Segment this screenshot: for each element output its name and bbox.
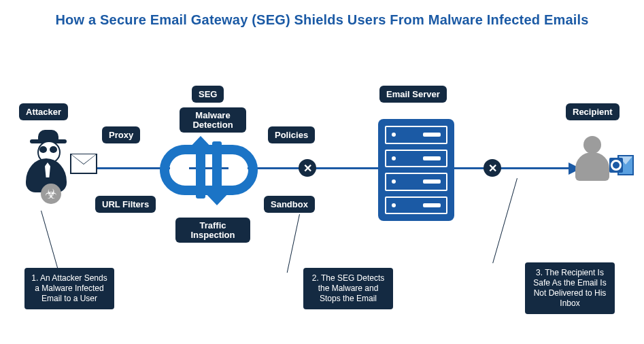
outlook-icon [608,151,637,179]
url-filters-label: URL Filters [95,196,156,213]
recipient-label: Recipient [566,103,620,120]
leader-line-3 [492,178,518,263]
svg-rect-5 [228,165,248,175]
seg-label: SEG [192,86,224,103]
policies-label: Policies [268,126,315,143]
svg-rect-4 [170,165,189,175]
biohazard-icon: ☣ [41,184,61,204]
sandbox-label: Sandbox [264,196,315,213]
svg-rect-0 [196,141,205,199]
callout-step-3: 3. The Recipient Is Safe As the Email Is… [525,262,615,314]
diagram-title: How a Secure Email Gateway (SEG) Shields… [0,12,644,28]
malware-detection-text: MalwareDetection [192,110,233,130]
leader-line-2 [287,214,300,273]
envelope-icon [70,154,97,174]
leader-line-1 [41,211,58,271]
traffic-inspection-label: TrafficInspection [175,218,250,243]
block-1-icon: ✕ [299,159,316,177]
callout-step-2: 2. The SEG Detects the Malware and Stops… [303,268,393,309]
attacker-label: Attacker [19,103,68,120]
svg-marker-3 [204,192,230,205]
email-server-icon [378,119,454,221]
proxy-label: Proxy [102,126,140,143]
recipient-icon [575,136,609,190]
block-2-icon: ✕ [484,159,501,177]
callout-step-1: 1. An Attacker Sends a Malware Infected … [24,268,114,309]
svg-marker-2 [188,136,214,150]
svg-rect-1 [212,141,222,199]
email-server-label: Email Server [379,86,447,103]
traffic-inspection-text: TrafficInspection [190,220,235,240]
seg-gateway-icon [158,129,260,211]
